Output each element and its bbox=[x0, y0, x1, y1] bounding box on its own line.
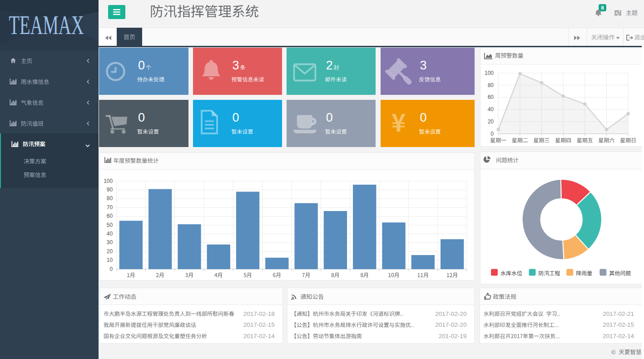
svg-text:2017-02-14: 2017-02-14 bbox=[603, 333, 634, 339]
svg-text:20: 20 bbox=[107, 248, 113, 255]
svg-text:80: 80 bbox=[488, 82, 494, 89]
svg-text:100: 100 bbox=[104, 178, 113, 184]
svg-text:0: 0 bbox=[420, 111, 427, 124]
svg-text:40: 40 bbox=[488, 106, 494, 113]
svg-text:0: 0 bbox=[490, 131, 494, 137]
svg-text:20: 20 bbox=[488, 118, 494, 125]
svg-text:60: 60 bbox=[488, 94, 494, 100]
svg-text:0: 0 bbox=[326, 111, 333, 124]
svg-text:2017-02-15: 2017-02-15 bbox=[603, 321, 634, 328]
svg-text:2017-02-20: 2017-02-20 bbox=[435, 310, 466, 317]
svg-text:0: 0 bbox=[138, 111, 145, 124]
svg-text:2017-02-18: 2017-02-18 bbox=[243, 310, 275, 317]
svg-text:60: 60 bbox=[107, 213, 113, 219]
svg-text:90: 90 bbox=[107, 187, 113, 193]
svg-text:40: 40 bbox=[107, 231, 113, 237]
svg-text:100: 100 bbox=[485, 70, 494, 76]
svg-text:0: 0 bbox=[110, 266, 113, 272]
svg-text:3: 3 bbox=[420, 59, 427, 72]
svg-text:50: 50 bbox=[107, 222, 113, 228]
svg-text:10: 10 bbox=[107, 257, 113, 263]
svg-text:2017-02-14: 2017-02-14 bbox=[243, 333, 275, 339]
svg-text:2017-02-20: 2017-02-20 bbox=[435, 321, 466, 328]
svg-text:201-02-19: 201-02-19 bbox=[439, 333, 467, 339]
svg-text:2: 2 bbox=[326, 59, 333, 72]
svg-text:TEAMAX: TEAMAX bbox=[9, 10, 84, 40]
svg-text:30: 30 bbox=[107, 239, 113, 246]
svg-text:2017-02-15: 2017-02-15 bbox=[243, 321, 275, 328]
svg-text:0: 0 bbox=[138, 59, 145, 72]
svg-text:70: 70 bbox=[107, 204, 113, 211]
svg-text:2017-02-21: 2017-02-21 bbox=[603, 310, 634, 317]
svg-text:0: 0 bbox=[233, 111, 239, 124]
svg-text:80: 80 bbox=[107, 195, 113, 202]
svg-text:3: 3 bbox=[233, 59, 239, 72]
